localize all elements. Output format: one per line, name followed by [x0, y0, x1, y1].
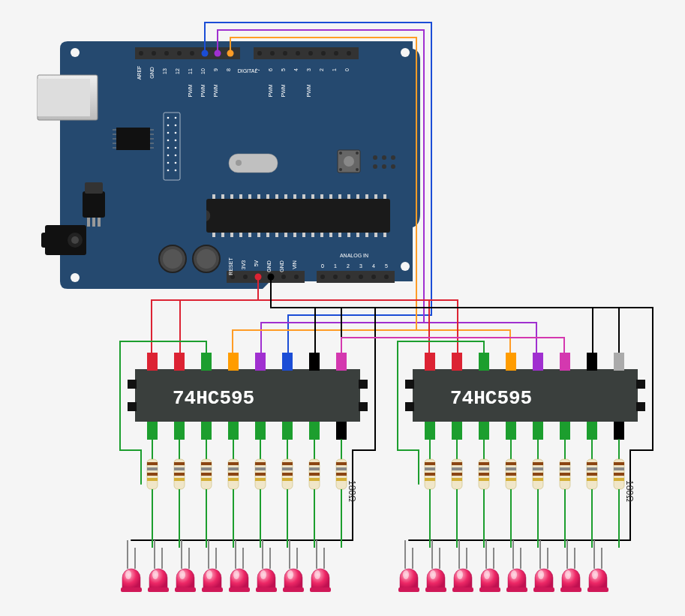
svg-rect-402	[587, 478, 597, 481]
svg-point-94	[167, 147, 170, 149]
svg-rect-214	[636, 402, 645, 411]
svg-rect-219	[147, 467, 158, 470]
svg-rect-82	[365, 233, 368, 237]
svg-rect-400	[587, 467, 597, 470]
svg-rect-156	[317, 271, 395, 283]
svg-rect-50	[257, 194, 260, 199]
svg-text:0: 0	[321, 263, 324, 269]
svg-point-108	[190, 51, 194, 56]
svg-rect-316	[310, 587, 331, 592]
led-bank-2	[398, 440, 624, 592]
svg-rect-52	[275, 194, 278, 199]
svg-rect-185	[309, 422, 320, 440]
circuit-diagram: []	[0, 0, 685, 616]
svg-rect-55	[302, 194, 305, 199]
svg-rect-75	[302, 233, 305, 237]
svg-point-317	[314, 570, 320, 579]
svg-point-9	[71, 236, 79, 244]
svg-point-381	[511, 570, 517, 579]
svg-rect-231	[174, 462, 185, 465]
resistor-label-1: 180Ω	[347, 480, 357, 502]
svg-text:RESET: RESET	[228, 257, 233, 275]
svg-point-95	[175, 147, 177, 149]
svg-point-148	[281, 275, 286, 279]
ic2-74hc595: 74HC595	[405, 353, 645, 440]
svg-rect-303	[283, 587, 304, 592]
svg-rect-79	[338, 233, 341, 237]
svg-rect-347	[479, 462, 489, 465]
svg-rect-61	[356, 194, 359, 199]
svg-rect-183	[255, 422, 266, 440]
svg-rect-57	[320, 194, 323, 199]
svg-rect-29	[85, 182, 103, 194]
svg-rect-406	[560, 587, 581, 592]
svg-rect-380	[506, 587, 527, 592]
svg-rect-271	[255, 467, 266, 470]
svg-rect-33	[116, 128, 150, 150]
svg-rect-234	[174, 478, 185, 481]
svg-rect-297	[309, 467, 320, 470]
svg-rect-270	[255, 462, 266, 465]
svg-point-104	[139, 51, 143, 56]
svg-rect-245	[201, 467, 212, 470]
svg-point-112	[257, 51, 262, 56]
svg-rect-71	[266, 233, 269, 237]
svg-rect-171	[147, 353, 158, 371]
svg-point-118	[334, 51, 338, 56]
svg-rect-68	[239, 233, 242, 237]
svg-rect-7	[41, 233, 49, 248]
svg-rect-286	[282, 478, 293, 481]
svg-rect-376	[533, 478, 543, 481]
svg-point-23	[391, 164, 395, 169]
svg-rect-389	[560, 478, 570, 481]
svg-point-355	[457, 570, 463, 579]
svg-point-117	[321, 51, 326, 56]
svg-rect-413	[614, 467, 624, 470]
svg-rect-197	[506, 353, 516, 371]
svg-rect-218	[147, 462, 158, 465]
svg-rect-284	[282, 467, 293, 470]
svg-point-0	[71, 48, 80, 57]
svg-rect-272	[255, 473, 266, 476]
svg-text:5V: 5V	[254, 260, 259, 266]
svg-rect-60	[347, 194, 350, 199]
svg-rect-348	[479, 467, 489, 470]
svg-point-160	[359, 275, 363, 279]
svg-point-87	[175, 117, 177, 119]
svg-rect-363	[506, 478, 516, 481]
svg-point-368	[484, 570, 490, 579]
svg-rect-354	[452, 587, 473, 592]
svg-text:PWM: PWM	[268, 84, 273, 97]
svg-rect-350	[479, 478, 489, 481]
svg-rect-323	[425, 473, 435, 476]
svg-rect-211	[405, 380, 414, 389]
svg-rect-257	[228, 462, 239, 465]
svg-point-93	[175, 140, 177, 142]
svg-point-291	[260, 570, 266, 579]
svg-rect-312	[336, 478, 347, 481]
svg-point-116	[308, 51, 313, 56]
svg-rect-414	[614, 473, 624, 476]
svg-point-88	[167, 125, 170, 127]
svg-point-106	[164, 51, 169, 56]
svg-point-162	[384, 275, 389, 279]
svg-rect-172	[174, 353, 185, 371]
svg-text:8: 8	[226, 68, 231, 71]
svg-point-226	[125, 570, 131, 579]
svg-rect-28	[83, 191, 105, 218]
svg-point-20	[391, 155, 395, 160]
svg-rect-31	[92, 218, 95, 227]
svg-text:2: 2	[319, 68, 324, 71]
svg-rect-51	[266, 194, 269, 199]
svg-point-100	[167, 170, 170, 172]
svg-rect-206	[533, 422, 543, 440]
svg-rect-54	[293, 194, 296, 199]
svg-rect-419	[587, 587, 608, 592]
svg-rect-251	[175, 587, 196, 592]
svg-point-91	[175, 132, 177, 134]
svg-rect-321	[425, 462, 435, 465]
svg-point-21	[373, 164, 377, 169]
svg-rect-175	[255, 353, 266, 371]
svg-rect-225	[121, 587, 142, 592]
svg-point-394	[538, 570, 544, 579]
